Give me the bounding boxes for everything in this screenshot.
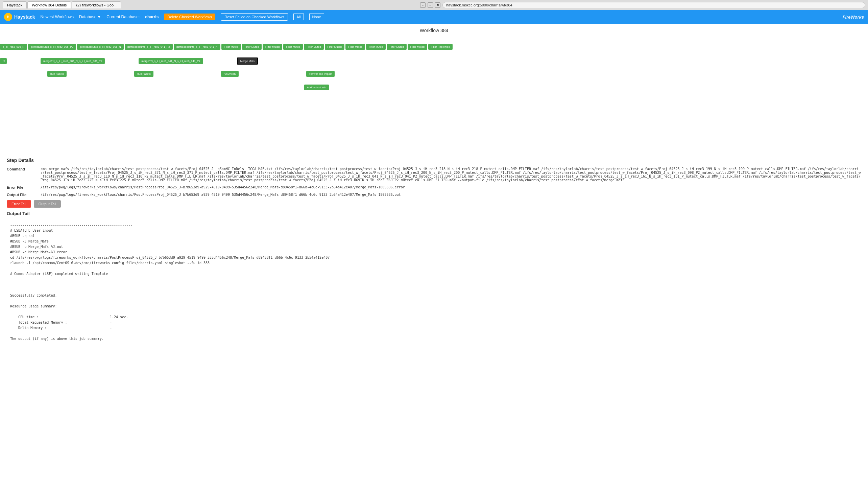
workflow-title: Workflow 384 xyxy=(0,24,868,37)
workflow-diagram: s_iH_rec3_086_N getfileaccounts_s_iH_rec… xyxy=(0,37,868,152)
tail-line-10: # CommonAdapter (LSF) completed writing … xyxy=(10,271,858,277)
command-label: Command xyxy=(7,167,41,182)
tail-line-5: #BSUB -o Merge_Mafs-%J.out xyxy=(10,244,858,250)
wf-node-filter1[interactable]: Filter Muted xyxy=(221,44,241,50)
wf-node-r2[interactable]: r2 xyxy=(0,58,7,64)
brand: H Haystack xyxy=(4,13,35,21)
tail-line-22: The output (if any) is above this job su… xyxy=(10,336,858,342)
output-tail-header: Output Tail xyxy=(7,211,861,216)
browser-chrome: Haystack Workflow 384 Details (2) firewo… xyxy=(0,0,868,10)
output-file-value: /ifs/res/pwg/logs/fireworks_workflows/ch… xyxy=(41,193,861,197)
tail-line-2: # LSBATCH: User input xyxy=(10,228,858,233)
tail-line-6: #BSUB -e Merge_Mafs-%J.error xyxy=(10,250,858,255)
tail-buttons: Error Tail Output Tail xyxy=(7,200,861,208)
wf-node-merge-mafs[interactable]: Merge Mafs xyxy=(237,57,258,65)
wf-node-filter9[interactable]: Filter Muted xyxy=(387,44,406,50)
tab-haystack[interactable]: Haystack xyxy=(3,1,27,8)
wf-node-add-variant[interactable]: Add Variant Info xyxy=(304,85,329,90)
navbar: H Haystack Newest Workflows Database ▼ C… xyxy=(0,10,868,24)
tail-line-17 xyxy=(10,309,858,315)
wf-node-filter4[interactable]: Filter Muted xyxy=(283,44,303,50)
current-database-label: Current Database: xyxy=(106,15,140,19)
none-button[interactable]: None xyxy=(309,14,324,20)
output-file-label: Output File xyxy=(7,193,41,197)
refresh-button[interactable]: ↻ xyxy=(435,2,440,8)
address-bar[interactable]: haystack.mskcc.org:5000/charris/wf/384 xyxy=(442,2,865,8)
current-database-value: charris xyxy=(145,15,159,19)
wf-node-filter2[interactable]: Filter Muted xyxy=(242,44,262,50)
brand-right: FireWorks xyxy=(843,15,864,20)
tail-line-18: CPU time : 1.24 sec. xyxy=(10,315,858,320)
command-value: cmo_merge_mafs /ifs/res/taylorlab/charri… xyxy=(41,167,861,182)
wf-node-trimvar-impact[interactable]: Trimvar and Impact xyxy=(306,71,335,77)
brand-name[interactable]: Haystack xyxy=(14,14,35,20)
database-label: Database xyxy=(79,15,96,19)
tail-line-21 xyxy=(10,331,858,336)
wf-node[interactable]: getfileaccounts_s_iH_rec3_086_N xyxy=(77,44,124,50)
wf-node-run-facets2[interactable]: Run Facets xyxy=(134,71,153,77)
tail-line-7: cd /ifs/res/pwg/logs/fireworks_workflows… xyxy=(10,255,858,260)
tail-line-14: Successfully completed. xyxy=(10,293,858,298)
error-file-label: Error File xyxy=(7,185,41,189)
wf-node[interactable]: getfileaccounts_s_iH_rec3_041_N xyxy=(174,44,220,50)
tail-line-9 xyxy=(10,266,858,271)
main-content: Workflow 384 s_iH_rec3_086_N getfileacco… xyxy=(0,24,868,487)
wf-node-run-facets1[interactable]: Run Facets xyxy=(47,71,67,77)
forward-button[interactable]: → xyxy=(428,2,433,8)
output-file-row: Output File /ifs/res/pwg/logs/fireworks_… xyxy=(7,193,861,197)
wf-node-filter5[interactable]: Filter Muted xyxy=(304,44,323,50)
brand-icon: H xyxy=(4,13,12,21)
tail-line-3: #BSUB -q sol xyxy=(10,233,858,239)
all-button[interactable]: All xyxy=(293,14,304,20)
back-button[interactable]: ← xyxy=(420,2,426,8)
tab-workflow384-label: Workflow 384 Details xyxy=(32,3,67,7)
tail-line-12: ----------------------------------------… xyxy=(10,282,858,287)
tail-line-13 xyxy=(10,287,858,293)
output-tail-button[interactable]: Output Tail xyxy=(34,200,61,208)
reset-failed-button[interactable]: Reset Failed on Checked Workflows xyxy=(221,13,288,21)
wf-node-filter-haplotype[interactable]: Filter Haplotype xyxy=(428,44,453,50)
wf-node-runoncok[interactable]: runOncoK xyxy=(221,71,239,77)
wf-node[interactable]: getfileaccounts_s_iH_rec3_086_P2 xyxy=(28,44,76,50)
tail-line-16: Resource usage summary: xyxy=(10,304,858,309)
wf-node[interactable]: s_iH_rec3_086_N xyxy=(0,44,27,50)
error-file-value: /ifs/res/pwg/logs/fireworks_workflows/ch… xyxy=(41,185,861,189)
tail-line-4: #BSUB -J Merge_Mafs xyxy=(10,239,858,244)
newest-workflows-link[interactable]: Newest Workflows xyxy=(41,15,74,19)
wf-node-filter7[interactable]: Filter Muted xyxy=(345,44,365,50)
output-tail-content: ----------------------------------------… xyxy=(7,219,861,345)
database-dropdown[interactable]: Database ▼ xyxy=(79,15,101,19)
tab-haystack-label: Haystack xyxy=(7,3,22,7)
wf-node-merge1[interactable]: mergeTN_s_iH_rec3_086_N_s_iH_rec3_086_P2 xyxy=(41,58,105,64)
delete-checked-button[interactable]: Delete Checked Workflows xyxy=(164,14,215,20)
tab-workflow384[interactable]: Workflow 384 Details xyxy=(27,1,71,8)
command-row: Command cmo_merge_mafs /ifs/res/taylorla… xyxy=(7,167,861,182)
tail-line-20: Delta Memory : - xyxy=(10,325,858,331)
tail-line-8: rlaunch -1 /opt/common/CentOS_6-dev/cmo/… xyxy=(10,260,858,266)
dropdown-arrow-icon: ▼ xyxy=(97,15,101,19)
tail-line-1: ----------------------------------------… xyxy=(10,223,858,228)
tab-bar: Haystack Workflow 384 Details (2) firewo… xyxy=(3,1,418,8)
step-details-section: Step Details Command cmo_merge_mafs /ifs… xyxy=(0,152,868,350)
step-details-header: Step Details xyxy=(7,158,861,163)
tail-line-11 xyxy=(10,277,858,282)
tail-line-15 xyxy=(10,298,858,304)
wf-node[interactable]: getfileaccounts_s_iH_rec3_041_P2 xyxy=(125,44,173,50)
wf-node-filter10[interactable]: Filter Muted xyxy=(408,44,427,50)
tab-fireworks[interactable]: (2) fireworkflows - Goo... xyxy=(72,1,121,8)
wf-node-filter6[interactable]: Filter Muted xyxy=(325,44,344,50)
error-tail-button[interactable]: Error Tail xyxy=(7,200,31,208)
wf-node-filter8[interactable]: Filter Muted xyxy=(366,44,386,50)
tail-line-19: Total Requested Memory : - xyxy=(10,320,858,325)
tab-fireworks-label: (2) fireworkflows - Goo... xyxy=(76,3,117,7)
wf-node-filter3[interactable]: Filter Muted xyxy=(263,44,282,50)
error-file-row: Error File /ifs/res/pwg/logs/fireworks_w… xyxy=(7,185,861,189)
wf-node-merge2[interactable]: mergeTN_s_iH_rec3_041_N_s_iH_rec3_041_P2 xyxy=(139,58,203,64)
